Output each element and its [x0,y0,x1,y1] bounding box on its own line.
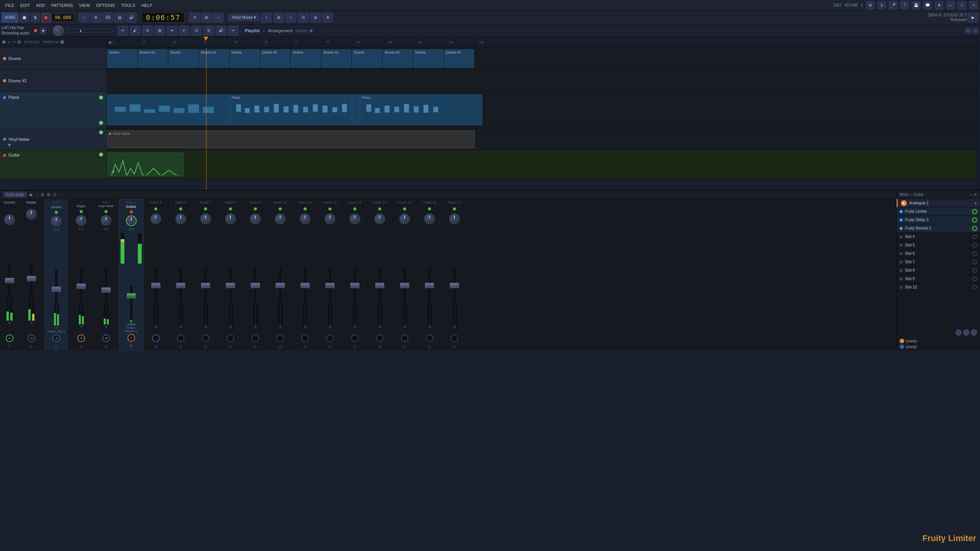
insert7-arrow[interactable]: △ [204,344,207,348]
channel-route-btn[interactable]: ⊕ [310,13,321,23]
track-header-icon4[interactable]: ⊡ [18,40,21,44]
rec-stop-btn[interactable]: ■ [40,28,46,34]
insert9-routing[interactable] [252,334,259,342]
menu-tools[interactable]: TOOLS [118,2,138,8]
menu-view[interactable]: VIEW [76,2,93,8]
transport-stop-btn[interactable]: ⏹ [20,13,29,22]
loop-icon[interactable]: ⟲ [189,13,200,23]
insert11-arrow[interactable]: △ [304,344,307,348]
piano-block-2[interactable]: Piano [230,95,352,125]
erase-tool[interactable]: ⊘ [142,26,153,36]
fx-slot-fruity-reverb[interactable]: Fruity Reverb 2 [897,224,980,233]
download-icon[interactable]: ⬇ [935,1,943,10]
insert14-arrow[interactable]: △ [378,344,381,348]
insert5-arrow[interactable]: △ [154,344,157,348]
slot7-power[interactable] [972,260,977,264]
pitch-bar[interactable] [67,29,113,33]
instrument-slot[interactable]: ▶ Analogue 2 ▸ [897,199,980,207]
drums-block-12[interactable]: Drums #2 [444,49,474,68]
drums-block-7[interactable]: Drums [291,49,321,68]
fx-slot-4[interactable]: Slot 4 [897,233,980,241]
channel-insert7[interactable]: Insert 7 △ [193,199,218,350]
expand-icon[interactable]: ▶ [968,13,978,23]
arrangement-label[interactable]: Arrangement [268,28,292,33]
channel-add-btn[interactable]: + [261,13,272,23]
window-minimize[interactable]: — [946,1,955,10]
mixer-icon2[interactable]: ↕ [36,192,38,197]
insert14-routing[interactable] [376,334,384,342]
bpm-display[interactable]: 90.000 [52,14,74,21]
channel-insert11[interactable]: Insert 11 △ [293,199,318,350]
mic-icon[interactable]: 🎤 [889,1,897,10]
fx-minimize[interactable]: — [969,192,973,197]
snap-icon[interactable]: ⊞ [201,13,212,23]
insert7-routing[interactable] [202,334,209,342]
track-header-icon3[interactable]: 〰 [12,40,16,44]
channel-vinyl[interactable]: 3 ⊕ + Vinyl Noise -6.1 ↺ △ [94,199,119,350]
channel-insert12[interactable]: Insert 12 △ [318,199,343,350]
playlist-maximize[interactable]: □ [972,28,978,34]
insert7-pan-knob[interactable] [200,214,211,224]
mixer-icon3[interactable]: ⊕ [41,192,44,197]
send-knob-1[interactable] [956,329,962,336]
insert12-pan-knob[interactable] [325,214,335,224]
drums-block-6[interactable]: Drums #2 [260,49,290,68]
drums-block-1[interactable]: Drums [107,49,137,68]
channel-insert10[interactable]: Insert 10 △ [268,199,293,350]
mute-tool[interactable]: ⊘ [203,26,214,36]
insert10-arrow[interactable]: △ [279,344,282,348]
track-content-guitar[interactable]: 🎤 [107,150,977,179]
guitar-routing-icon[interactable]: ↺ [127,334,135,342]
menu-add[interactable]: ADD [33,2,48,8]
mixer-icon5[interactable]: ⊡ [53,192,56,197]
channel-insert6[interactable]: Insert 6 △ [168,199,193,350]
fx-slot-8[interactable]: Slot 8 [897,266,980,275]
insert8-pan-knob[interactable] [225,214,236,224]
track-row-drums[interactable]: Drums [0,47,107,70]
channel-insert8[interactable]: Insert 8 △ [218,199,243,350]
track-content-piano[interactable]: Piano [107,92,977,128]
settings-icon[interactable]: ⚙ [866,1,874,10]
channel-insert16[interactable]: Insert 16 △ [417,199,442,350]
toolbar-pattern[interactable]: 32i [102,13,113,23]
fx-slot-9[interactable]: Slot 9 [897,275,980,283]
insert16-arrow[interactable]: △ [428,344,431,348]
paint-tool[interactable]: 🖌 [130,26,140,36]
channel-mix-btn[interactable]: ⊡ [298,13,309,23]
fx-close[interactable]: ✕ [974,192,977,197]
insert12-arrow[interactable]: △ [328,344,332,348]
insert13-pan-knob[interactable] [350,214,360,224]
master-routing-icon[interactable]: ↺ [28,334,35,342]
track-header-icon1[interactable]: ⊞ [2,40,5,44]
vinyl-block-1[interactable]: ▶ Vinyl Noise [107,130,475,148]
insert16-pan-knob[interactable] [424,214,435,224]
ruler-scroll-left[interactable]: ◀ [107,37,112,47]
toolbar-icon-1[interactable]: ↑↓ [78,13,89,23]
insert12-routing[interactable] [326,334,334,342]
song-mode-btn[interactable]: SONG [2,13,18,23]
insert13-arrow[interactable]: △ [353,344,356,348]
send-label-1[interactable]: (none) [900,339,977,343]
playlist-minimize[interactable]: — [965,28,971,34]
playlist-label[interactable]: Playlist [245,28,260,33]
transport-pause-btn[interactable]: ⏸ [31,13,40,22]
insert9-arrow[interactable]: △ [254,344,257,348]
channel-dropdown[interactable]: Vinyl Noise ▾ [228,14,260,21]
fx-slot-7[interactable]: Slot 7 [897,258,980,266]
insert10-pan-knob[interactable] [275,214,286,224]
menu-help[interactable]: HELP [138,2,155,8]
insert17-pan-knob[interactable] [449,214,460,224]
slot8-power[interactable] [972,268,977,273]
vinyl-add-btn[interactable]: + [8,142,11,148]
instrument-arrow[interactable]: ▸ [975,201,977,205]
channel-tools-btn[interactable]: ⊞ [273,13,284,23]
reverb-power[interactable] [972,226,977,231]
vinyl-arrow-up[interactable]: △ [105,344,108,348]
slot4-power[interactable] [972,235,977,239]
drums-block-3[interactable]: Drums [168,49,198,68]
guitar-pan-knob[interactable] [126,215,137,226]
transport-record-btn[interactable]: ⏺ [41,13,51,22]
drums-block-2[interactable]: Drums #2 [138,49,168,68]
slip-tool[interactable]: ⊡ [191,26,202,36]
track-content-vinyl[interactable]: ▶ Vinyl Noise [107,128,977,150]
